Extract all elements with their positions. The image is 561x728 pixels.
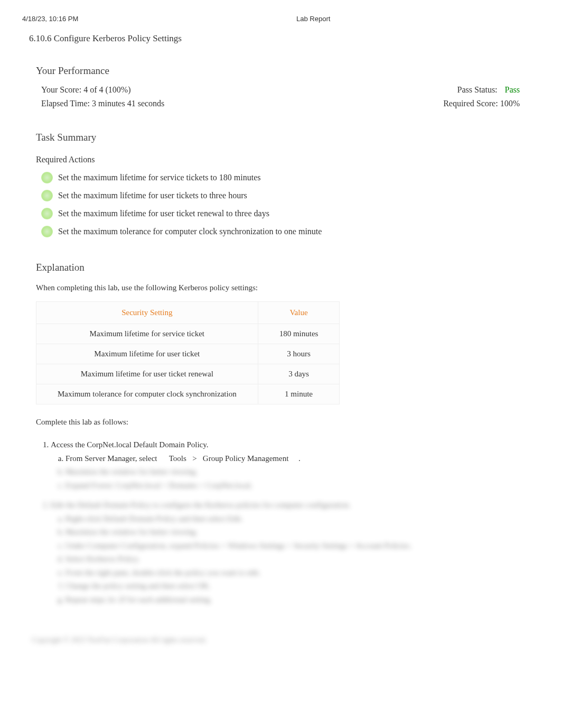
table-cell: 3 days — [258, 364, 340, 384]
table-row: Maximum lifetime for user ticket 3 hours — [36, 344, 340, 364]
required-actions-heading: Required Actions — [36, 150, 525, 169]
pass-status-value: Pass — [505, 85, 520, 94]
substep-item-blurred: Maximize the window for better viewing. — [66, 465, 525, 479]
score-label: Your Score: 4 of 4 (100%) — [41, 85, 130, 95]
substep-suffix: . — [298, 454, 301, 463]
copyright: Copyright © 2023 TestOut Corporation All… — [0, 615, 561, 666]
explanation-section: Explanation When completing this lab, us… — [0, 246, 561, 615]
action-text: Set the maximum tolerance for computer c… — [58, 227, 322, 236]
steps-list: Access the CorpNet.local Default Domain … — [36, 435, 525, 610]
task-summary-section: Task Summary Required Actions Set the ma… — [0, 116, 561, 246]
settings-table: Security Setting Value Maximum lifetime … — [36, 301, 340, 404]
substep-item-blurred: Select Kerberos Policy. — [66, 552, 525, 566]
substep-item-blurred: From the right pane, double-click the po… — [66, 566, 525, 580]
substep-item-blurred: Maximize the window for better viewing. — [66, 526, 525, 539]
substep-item-blurred: Change the policy setting and then selec… — [66, 579, 525, 593]
performance-heading: Your Performance — [36, 54, 525, 83]
check-icon — [41, 172, 53, 183]
elapsed-time: Elapsed Time: 3 minutes 41 seconds — [41, 99, 164, 108]
substeps-list: From Server Manager, select Tools > Grou… — [51, 452, 525, 493]
check-icon — [41, 226, 53, 237]
table-row: Maximum lifetime for user ticket renewal… — [36, 364, 340, 384]
score-row: Your Score: 4 of 4 (100%) Pass Status: P… — [36, 83, 525, 97]
table-cell: Maximum lifetime for user ticket — [36, 344, 258, 364]
table-header: Value — [258, 301, 340, 324]
explanation-intro: When completing this lab, use the follow… — [36, 280, 525, 301]
substep-item-blurred: Expand Forest: CorpNet.local > Domains >… — [66, 479, 525, 493]
table-row: Maximum tolerance for computer clock syn… — [36, 384, 340, 404]
explanation-heading: Explanation — [36, 251, 525, 280]
table-cell: 180 minutes — [258, 324, 340, 344]
header-datetime: 4/18/23, 10:16 PM — [22, 15, 265, 23]
substeps-list: Right-click Default Domain Policy and th… — [51, 512, 525, 607]
step-text: Edit the Default Domain Policy to config… — [51, 501, 351, 509]
table-cell: 3 hours — [258, 344, 340, 364]
table-cell: Maximum lifetime for service ticket — [36, 324, 258, 344]
substep-item: From Server Manager, select Tools > Grou… — [66, 452, 525, 466]
step-text: Access the CorpNet.local Default Domain … — [51, 440, 209, 449]
action-text: Set the maximum lifetime for service tic… — [58, 173, 260, 182]
substep-item-blurred: Repeat steps 2e–2f for each additional s… — [66, 593, 525, 607]
required-score: Required Score: 100% — [443, 99, 520, 108]
action-list: Set the maximum lifetime for service tic… — [36, 169, 525, 241]
table-cell: 1 minute — [258, 384, 340, 404]
page-title: 6.10.6 Configure Kerberos Policy Setting… — [0, 23, 561, 49]
table-header-row: Security Setting Value — [36, 301, 340, 324]
page-header: 4/18/23, 10:16 PM Lab Report — [0, 0, 561, 23]
substep-item-blurred: Under Computer Configuration, expand Pol… — [66, 539, 525, 553]
step-item: Access the CorpNet.local Default Domain … — [51, 435, 525, 495]
pass-status-wrap: Pass Status: Pass — [457, 85, 520, 95]
header-title: Lab Report — [265, 15, 539, 23]
list-item: Set the maximum lifetime for service tic… — [41, 169, 525, 187]
substep-item-blurred: Right-click Default Domain Policy and th… — [66, 512, 525, 526]
time-row: Elapsed Time: 3 minutes 41 seconds Requi… — [36, 97, 525, 110]
performance-section: Your Performance Your Score: 4 of 4 (100… — [0, 49, 561, 116]
substep-sep: > — [192, 454, 197, 463]
pass-status-label: Pass Status: — [457, 85, 498, 94]
task-summary-heading: Task Summary — [36, 121, 525, 150]
step-item-blurred: Edit the Default Domain Policy to config… — [51, 495, 525, 610]
check-icon — [41, 190, 53, 201]
table-header: Security Setting — [36, 301, 258, 324]
list-item: Set the maximum tolerance for computer c… — [41, 223, 525, 241]
check-icon — [41, 208, 53, 219]
list-item: Set the maximum lifetime for user ticket… — [41, 187, 525, 205]
action-text: Set the maximum lifetime for user ticket… — [58, 191, 247, 200]
table-row: Maximum lifetime for service ticket 180 … — [36, 324, 340, 344]
table-cell: Maximum lifetime for user ticket renewal — [36, 364, 258, 384]
substep-tools: Tools — [169, 454, 186, 463]
action-text: Set the maximum lifetime for user ticket… — [58, 209, 269, 218]
list-item: Set the maximum lifetime for user ticket… — [41, 205, 525, 223]
table-cell: Maximum tolerance for computer clock syn… — [36, 384, 258, 404]
complete-text: Complete this lab as follows: — [36, 414, 525, 436]
substep-gpm: Group Policy Management — [203, 454, 288, 463]
substep-text-prefix: From Server Manager, select — [66, 454, 157, 463]
